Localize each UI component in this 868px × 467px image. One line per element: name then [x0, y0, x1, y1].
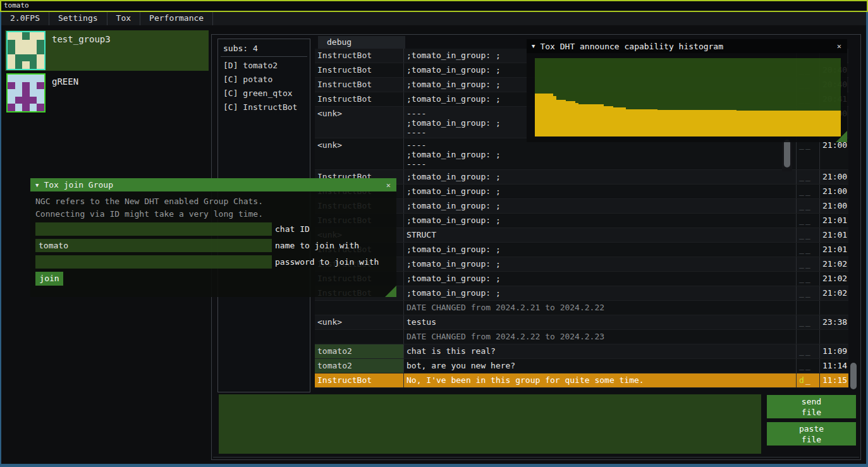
message-author-cell: InstructBot [315, 78, 403, 92]
resize-grip-icon[interactable] [385, 286, 396, 297]
avatar-cell [15, 40, 23, 47]
menu-item-tox[interactable]: Tox [107, 12, 140, 25]
join-input-chat-ID[interactable] [35, 222, 272, 236]
dht-histogram-window: ▼ Tox DHT announce capability histogram … [527, 39, 847, 142]
os-window-titlebar[interactable]: tomato [0, 0, 868, 12]
resize-grip-icon[interactable] [836, 131, 847, 142]
avatar-cell [15, 61, 23, 69]
message-timestamp-cell: 11:09 [819, 344, 848, 358]
message-text-cell: ---- ;tomato_in_group: ; ---- [403, 138, 796, 169]
menu-item-performance[interactable]: Performance [140, 12, 213, 25]
message-author-cell: <unk> [315, 138, 403, 169]
avatar-cell [30, 32, 37, 40]
group-avatar [6, 73, 46, 112]
histogram-bin [604, 106, 613, 136]
menu-item-settings[interactable]: Settings [49, 12, 107, 25]
join-input-name-to-join-with[interactable] [35, 239, 272, 252]
join-group-window: ▼ Tox join Group ✕ NGC refers to the New… [30, 178, 396, 297]
avatar-cell [37, 89, 44, 97]
avatar-cell [8, 47, 15, 54]
avatar-cell [8, 104, 15, 111]
message-timestamp-cell: 21:00 [819, 199, 848, 213]
join-input-password-to-join-with[interactable] [35, 255, 272, 269]
message-timestamp-cell [819, 330, 848, 344]
message-timestamp-cell: 11:15 [819, 373, 848, 387]
member-list-item[interactable]: [C] InstructBot [218, 100, 310, 114]
menu-bar: 2.0FPSSettingsToxPerformance [1, 12, 866, 25]
avatar-cell [15, 47, 23, 54]
member-list-item[interactable]: [D] tomato2 [218, 59, 310, 73]
message-status-cell: __ [796, 199, 819, 213]
avatar-cell [8, 97, 15, 104]
collapse-icon[interactable]: ▼ [35, 182, 39, 188]
message-status-cell: __ [796, 228, 819, 242]
avatar-cell [37, 32, 44, 40]
menu-item-2-0fps[interactable]: 2.0FPS [1, 12, 49, 25]
close-icon[interactable]: ✕ [384, 181, 393, 190]
histogram-plot[interactable] [535, 58, 841, 136]
dht-histogram-titlebar: ▼ Tox DHT announce capability histogram … [527, 39, 847, 53]
message-author-cell: <unk> [315, 315, 403, 329]
members-count-header: subs: 4 [218, 39, 310, 56]
message-text-cell: ;tomato_in_group: ; [403, 272, 796, 286]
paste-file-button[interactable]: paste file [767, 422, 856, 446]
chat-message-row[interactable]: tomato2chat is this real?__11:09 [315, 344, 848, 359]
join-info-line-1: NGC refers to the New DHT enabled Group … [30, 195, 396, 208]
message-text-cell: ;tomato_in_group: ; [403, 257, 796, 271]
send-file-button[interactable]: send file [767, 395, 856, 418]
avatar-cell [37, 97, 44, 104]
message-input[interactable] [219, 394, 761, 454]
chat-message-row[interactable]: <unk>testus__23:38 [315, 315, 848, 330]
group-row-test_group3[interactable]: test_group3 [5, 30, 209, 71]
histogram-bin [737, 111, 841, 136]
group-name-label: test_group3 [52, 34, 111, 44]
chat-message-row[interactable]: InstructBotNo, I've been in this group f… [315, 373, 848, 388]
bottom-separator [213, 457, 859, 458]
avatar-cell [15, 89, 23, 97]
message-text-cell: No, I've been in this group for quite so… [403, 373, 796, 387]
message-author-cell [315, 301, 403, 315]
message-timestamp-cell: 21:01 [819, 243, 848, 257]
chat-message-row[interactable]: DATE CHANGED from 2024.2.21 to 2024.2.22 [315, 301, 848, 315]
message-text-cell: ;tomato_in_group: ; [403, 286, 796, 300]
avatar-cell [30, 54, 37, 62]
group-row-gREEN[interactable]: gREEN [5, 73, 209, 113]
avatar-cell [30, 97, 37, 104]
join-button[interactable]: join [35, 272, 63, 286]
members-separator [221, 56, 307, 57]
collapse-icon[interactable]: ▼ [532, 43, 535, 49]
message-status-cell [796, 330, 819, 344]
chat-message-row[interactable]: DATE CHANGED from 2024.2.22 to 2024.2.23 [315, 330, 848, 344]
histogram-bin [578, 104, 604, 136]
message-timestamp-cell: 11:14 [819, 359, 848, 373]
member-list-item[interactable]: [C] green_qtox [218, 87, 310, 100]
menu-items: 2.0FPSSettingsToxPerformance [1, 12, 213, 25]
avatar-cell [15, 104, 23, 111]
join-info-line-2: Connecting via ID might take a very long… [30, 208, 396, 221]
avatar-cell [30, 89, 37, 97]
message-status-cell: d_ [796, 373, 819, 387]
member-list-item[interactable]: [C] potato [218, 73, 310, 87]
log-scrollbar-thumb[interactable] [784, 140, 790, 167]
avatar-cell [15, 32, 23, 40]
message-status-cell: __ [796, 170, 819, 184]
close-icon[interactable]: ✕ [835, 42, 843, 51]
avatar-cell [22, 32, 30, 40]
message-timestamp-cell: 21:02 [819, 272, 848, 286]
message-status-cell: __ [796, 286, 819, 300]
avatar-cell [22, 97, 30, 104]
chat-message-row[interactable]: tomato2bot, are you new here?__11:14 [315, 359, 848, 373]
message-text-cell: DATE CHANGED from 2024.2.21 to 2024.2.22 [403, 301, 796, 315]
message-status-cell: __ [796, 243, 819, 257]
message-author-cell: <unk> [315, 107, 403, 138]
message-status-cell: __ [796, 257, 819, 271]
message-text-cell: testus [403, 315, 796, 329]
histogram-bin [626, 109, 657, 136]
tab-debug[interactable]: debug [318, 36, 405, 49]
avatar-cell [8, 40, 15, 47]
chat-scrollbar-thumb[interactable] [850, 363, 857, 389]
histogram-bin [556, 100, 566, 136]
chat-message-row[interactable]: <unk>---- ;tomato_in_group: ; ----__21:0… [315, 138, 848, 170]
join-field-row: password to join with [35, 255, 379, 269]
message-text-cell: STRUCT [403, 228, 796, 242]
